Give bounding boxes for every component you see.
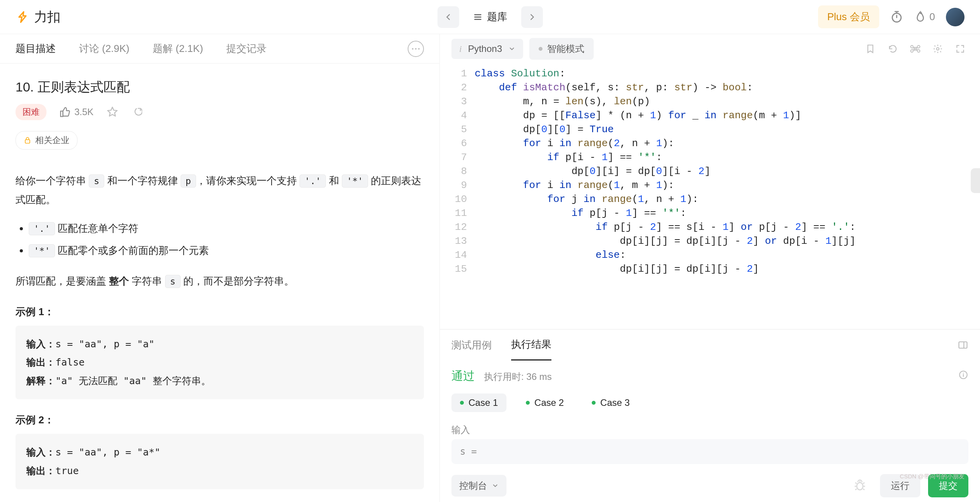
company-tag-label: 相关企业 bbox=[35, 135, 69, 146]
fullscreen-icon[interactable] bbox=[952, 41, 968, 57]
settings-icon[interactable] bbox=[930, 41, 946, 57]
like-button[interactable]: 3.5K bbox=[60, 107, 93, 117]
tab-solutions[interactable]: 题解 (2.1K) bbox=[153, 34, 203, 63]
svg-point-3 bbox=[418, 48, 420, 50]
chevron-down-icon bbox=[508, 45, 515, 52]
streak-count: 0 bbox=[930, 11, 935, 23]
example2-head: 示例 2： bbox=[16, 413, 424, 427]
run-button[interactable]: 运行 bbox=[880, 474, 920, 497]
bookmark-icon[interactable] bbox=[862, 41, 878, 57]
tab-description[interactable]: 题目描述 bbox=[16, 34, 56, 63]
editor-pane: i Python3 智能模式 123456789101112131415 cla… bbox=[440, 34, 980, 502]
lock-icon bbox=[24, 136, 31, 144]
more-icon[interactable] bbox=[408, 41, 424, 57]
logo[interactable]: 力扣 bbox=[16, 8, 60, 26]
svg-point-8 bbox=[857, 483, 863, 490]
code-content[interactable]: class Solution: def isMatch(self, s: str… bbox=[475, 67, 980, 329]
pass-dot-icon bbox=[526, 401, 530, 405]
company-tag[interactable]: 相关企业 bbox=[16, 131, 78, 150]
smart-mode-button[interactable]: 智能模式 bbox=[529, 38, 594, 60]
expand-panel-icon[interactable] bbox=[958, 340, 968, 350]
left-tabs: 题目描述 讨论 (2.9K) 题解 (2.1K) 提交记录 bbox=[0, 34, 439, 64]
language-label: Python3 bbox=[468, 43, 502, 54]
desc-p1: 给你一个字符串 s 和一个字符规律 p，请你来实现一个支持 '.' 和 '*' … bbox=[16, 171, 424, 210]
language-selector[interactable]: i Python3 bbox=[451, 39, 523, 59]
avatar[interactable] bbox=[946, 8, 964, 26]
problem-title: 10. 正则表达式匹配 bbox=[16, 78, 424, 96]
next-problem-button[interactable] bbox=[521, 6, 543, 28]
test-tabs: 测试用例 执行结果 bbox=[440, 329, 980, 361]
brand-text: 力扣 bbox=[34, 8, 60, 26]
nav-right: Plus 会员 0 bbox=[818, 5, 964, 28]
reset-icon[interactable] bbox=[885, 41, 901, 57]
pass-dot-icon bbox=[460, 401, 464, 405]
case-1[interactable]: Case 1 bbox=[451, 393, 506, 412]
line-numbers: 123456789101112131415 bbox=[440, 67, 475, 329]
svg-point-2 bbox=[415, 48, 417, 50]
problem-pane: 题目描述 讨论 (2.9K) 题解 (2.1K) 提交记录 10. 正则表达式匹… bbox=[0, 34, 440, 502]
case-2[interactable]: Case 2 bbox=[517, 393, 572, 412]
problem-body[interactable]: 10. 正则表达式匹配 困难 3.5K 相关企业 bbox=[0, 64, 439, 502]
bullets: '.' 匹配任意单个字符 '*' 匹配零个或多个前面的那一个元素 bbox=[16, 217, 424, 262]
tab-result[interactable]: 执行结果 bbox=[511, 329, 551, 361]
side-collapse-tab[interactable] bbox=[971, 168, 980, 193]
like-count: 3.5K bbox=[74, 107, 93, 117]
submit-button[interactable]: 提交 bbox=[928, 474, 968, 497]
problem-list-label: 题库 bbox=[487, 10, 507, 24]
svg-point-5 bbox=[937, 48, 939, 50]
plus-button[interactable]: Plus 会员 bbox=[818, 5, 879, 28]
cases-row: Case 1 Case 2 Case 3 bbox=[440, 388, 980, 417]
info-icon[interactable] bbox=[958, 370, 968, 380]
svg-point-1 bbox=[412, 48, 413, 50]
status-pass: 通过 bbox=[451, 368, 475, 384]
case-3[interactable]: Case 3 bbox=[583, 393, 638, 412]
example2-box: 输入：s = "aa", p = "a*" 输出：true bbox=[16, 434, 424, 489]
editor-toolbar: i Python3 智能模式 bbox=[440, 34, 980, 64]
difficulty-badge: 困难 bbox=[16, 104, 47, 120]
test-panel: 测试用例 执行结果 通过 执行用时: 36 ms Case 1 Case 2 bbox=[440, 329, 980, 502]
code-editor[interactable]: 123456789101112131415 class Solution: de… bbox=[440, 64, 980, 329]
svg-rect-6 bbox=[959, 342, 967, 348]
input-label: 输入 bbox=[440, 417, 980, 439]
console-button[interactable]: 控制台 bbox=[451, 475, 506, 497]
debug-icon[interactable] bbox=[854, 480, 872, 492]
problem-list-button[interactable]: 题库 bbox=[464, 6, 517, 28]
share-icon[interactable] bbox=[131, 107, 142, 117]
tab-discussion[interactable]: 讨论 (2.9K) bbox=[79, 34, 129, 63]
example1-head: 示例 1： bbox=[16, 305, 424, 319]
nav-center: 题库 bbox=[437, 6, 543, 28]
streak-icon[interactable]: 0 bbox=[914, 11, 935, 23]
shortcuts-icon[interactable] bbox=[907, 41, 923, 57]
logo-icon bbox=[16, 10, 29, 24]
top-nav: 力扣 题库 Plus 会员 0 bbox=[0, 0, 980, 34]
smart-mode-label: 智能模式 bbox=[547, 43, 584, 55]
pass-dot-icon bbox=[592, 401, 596, 405]
input-box[interactable]: s = bbox=[451, 439, 968, 464]
bottom-bar: 控制台 运行 提交 bbox=[440, 469, 980, 502]
runtime-text: 执行用时: 36 ms bbox=[484, 371, 552, 383]
svg-rect-4 bbox=[25, 140, 30, 143]
tab-submissions[interactable]: 提交记录 bbox=[226, 34, 267, 63]
star-icon[interactable] bbox=[107, 106, 118, 118]
tab-testcases[interactable]: 测试用例 bbox=[451, 329, 492, 361]
timer-icon[interactable] bbox=[890, 10, 903, 24]
chevron-down-icon bbox=[492, 482, 499, 489]
desc-p2: 所谓匹配，是要涵盖 整个 字符串 s 的，而不是部分字符串。 bbox=[16, 272, 424, 291]
prev-problem-button[interactable] bbox=[437, 6, 459, 28]
result-row: 通过 执行用时: 36 ms bbox=[440, 361, 980, 388]
example1-box: 输入：s = "aa", p = "a" 输出：false 解释："a" 无法匹… bbox=[16, 326, 424, 400]
meta-row: 困难 3.5K bbox=[16, 104, 424, 120]
